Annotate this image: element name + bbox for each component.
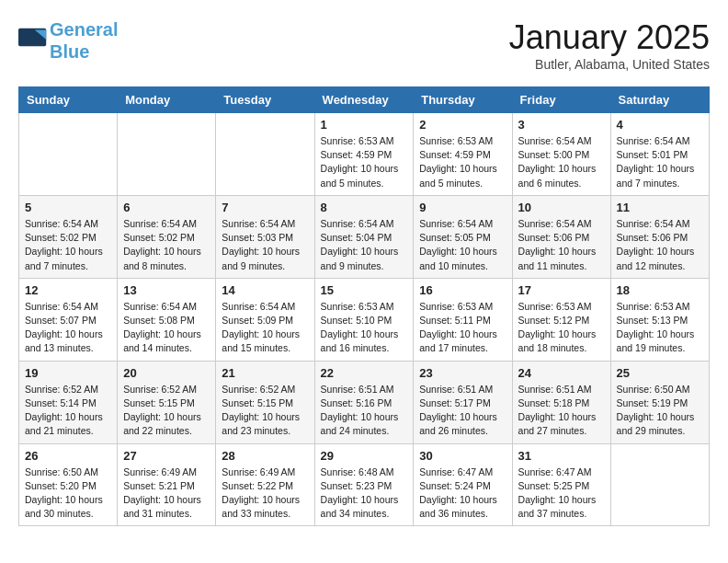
- day-number: 30: [419, 449, 506, 463]
- day-cell: 20Sunrise: 6:52 AMSunset: 5:15 PMDayligh…: [118, 361, 216, 443]
- day-number: 3: [518, 118, 605, 132]
- day-number: 22: [321, 366, 408, 380]
- day-cell: 16Sunrise: 6:53 AMSunset: 5:11 PMDayligh…: [414, 278, 512, 361]
- day-number: 1: [321, 118, 408, 132]
- day-info: Sunrise: 6:54 AMSunset: 5:09 PMDaylight:…: [222, 300, 308, 356]
- day-info: Sunrise: 6:51 AMSunset: 5:16 PMDaylight:…: [321, 383, 408, 439]
- day-info: Sunrise: 6:54 AMSunset: 5:00 PMDaylight:…: [518, 134, 605, 190]
- day-cell: 4Sunrise: 6:54 AMSunset: 5:01 PMDaylight…: [610, 113, 709, 196]
- day-number: 2: [419, 118, 506, 132]
- logo-text: General Blue: [50, 18, 118, 63]
- day-number: 27: [123, 449, 210, 463]
- day-cell: 11Sunrise: 6:54 AMSunset: 5:06 PMDayligh…: [610, 195, 709, 278]
- day-cell: 25Sunrise: 6:50 AMSunset: 5:19 PMDayligh…: [610, 361, 709, 443]
- day-info: Sunrise: 6:54 AMSunset: 5:03 PMDaylight:…: [222, 217, 308, 273]
- day-info: Sunrise: 6:49 AMSunset: 5:21 PMDaylight:…: [123, 465, 210, 522]
- day-cell: 18Sunrise: 6:53 AMSunset: 5:13 PMDayligh…: [610, 278, 709, 361]
- day-cell: 14Sunrise: 6:54 AMSunset: 5:09 PMDayligh…: [216, 278, 314, 361]
- day-info: Sunrise: 6:51 AMSunset: 5:18 PMDaylight:…: [518, 383, 605, 439]
- day-info: Sunrise: 6:52 AMSunset: 5:14 PMDaylight:…: [25, 383, 111, 439]
- day-info: Sunrise: 6:54 AMSunset: 5:05 PMDaylight:…: [419, 217, 506, 273]
- day-cell: [216, 113, 314, 196]
- day-number: 21: [222, 366, 308, 380]
- day-cell: 17Sunrise: 6:53 AMSunset: 5:12 PMDayligh…: [512, 278, 610, 361]
- week-row-5: 26Sunrise: 6:50 AMSunset: 5:20 PMDayligh…: [19, 443, 710, 526]
- day-cell: [610, 443, 709, 526]
- day-number: 28: [222, 449, 308, 463]
- logo-icon: [18, 28, 48, 53]
- day-number: 29: [321, 449, 408, 463]
- day-number: 16: [419, 283, 506, 297]
- day-number: 11: [617, 201, 703, 214]
- day-info: Sunrise: 6:53 AMSunset: 4:59 PMDaylight:…: [321, 134, 408, 190]
- day-info: Sunrise: 6:54 AMSunset: 5:07 PMDaylight:…: [25, 300, 111, 356]
- day-info: Sunrise: 6:53 AMSunset: 5:10 PMDaylight:…: [321, 300, 408, 356]
- day-number: 4: [617, 118, 703, 132]
- day-info: Sunrise: 6:49 AMSunset: 5:22 PMDaylight:…: [222, 465, 308, 522]
- day-number: 31: [518, 449, 605, 463]
- day-number: 12: [25, 283, 111, 297]
- day-info: Sunrise: 6:54 AMSunset: 5:02 PMDaylight:…: [25, 217, 111, 273]
- day-info: Sunrise: 6:47 AMSunset: 5:25 PMDaylight:…: [518, 465, 605, 522]
- day-info: Sunrise: 6:54 AMSunset: 5:06 PMDaylight:…: [617, 217, 703, 273]
- day-number: 5: [25, 201, 111, 214]
- title-block: January 2025 Butler, Alabama, United Sta…: [509, 18, 710, 72]
- day-cell: 19Sunrise: 6:52 AMSunset: 5:14 PMDayligh…: [19, 361, 118, 443]
- day-cell: 1Sunrise: 6:53 AMSunset: 4:59 PMDaylight…: [314, 113, 414, 196]
- day-info: Sunrise: 6:50 AMSunset: 5:20 PMDaylight:…: [25, 465, 111, 522]
- day-number: 8: [321, 201, 408, 214]
- day-cell: 13Sunrise: 6:54 AMSunset: 5:08 PMDayligh…: [118, 278, 216, 361]
- day-number: 18: [617, 283, 703, 297]
- day-number: 25: [617, 366, 703, 380]
- day-cell: 30Sunrise: 6:47 AMSunset: 5:24 PMDayligh…: [414, 443, 512, 526]
- day-number: 26: [25, 449, 111, 463]
- day-info: Sunrise: 6:54 AMSunset: 5:04 PMDaylight:…: [321, 217, 408, 273]
- logo: General Blue: [18, 18, 118, 63]
- location: Butler, Alabama, United States: [509, 57, 710, 72]
- header-sunday: Sunday: [19, 87, 118, 113]
- day-cell: 26Sunrise: 6:50 AMSunset: 5:20 PMDayligh…: [19, 443, 118, 526]
- day-cell: 29Sunrise: 6:48 AMSunset: 5:23 PMDayligh…: [314, 443, 414, 526]
- day-cell: 28Sunrise: 6:49 AMSunset: 5:22 PMDayligh…: [216, 443, 314, 526]
- day-cell: 21Sunrise: 6:52 AMSunset: 5:15 PMDayligh…: [216, 361, 314, 443]
- day-info: Sunrise: 6:54 AMSunset: 5:01 PMDaylight:…: [617, 134, 703, 190]
- day-info: Sunrise: 6:53 AMSunset: 5:13 PMDaylight:…: [617, 300, 703, 356]
- calendar-header-row: SundayMondayTuesdayWednesdayThursdayFrid…: [19, 87, 710, 113]
- day-cell: 3Sunrise: 6:54 AMSunset: 5:00 PMDaylight…: [512, 113, 610, 196]
- day-info: Sunrise: 6:54 AMSunset: 5:08 PMDaylight:…: [123, 300, 210, 356]
- day-info: Sunrise: 6:54 AMSunset: 5:02 PMDaylight:…: [123, 217, 210, 273]
- day-info: Sunrise: 6:53 AMSunset: 5:12 PMDaylight:…: [518, 300, 605, 356]
- day-cell: 24Sunrise: 6:51 AMSunset: 5:18 PMDayligh…: [512, 361, 610, 443]
- day-cell: 2Sunrise: 6:53 AMSunset: 4:59 PMDaylight…: [414, 113, 512, 196]
- day-info: Sunrise: 6:52 AMSunset: 5:15 PMDaylight:…: [222, 383, 308, 439]
- day-number: 13: [123, 283, 210, 297]
- week-row-4: 19Sunrise: 6:52 AMSunset: 5:14 PMDayligh…: [19, 361, 710, 443]
- day-cell: 12Sunrise: 6:54 AMSunset: 5:07 PMDayligh…: [19, 278, 118, 361]
- day-info: Sunrise: 6:51 AMSunset: 5:17 PMDaylight:…: [419, 383, 506, 439]
- page-header: General Blue January 2025 Butler, Alabam…: [18, 18, 710, 72]
- day-cell: 5Sunrise: 6:54 AMSunset: 5:02 PMDaylight…: [19, 195, 118, 278]
- day-info: Sunrise: 6:50 AMSunset: 5:19 PMDaylight:…: [617, 383, 703, 439]
- day-cell: [118, 113, 216, 196]
- day-number: 20: [123, 366, 210, 380]
- header-tuesday: Tuesday: [216, 87, 314, 113]
- day-cell: 22Sunrise: 6:51 AMSunset: 5:16 PMDayligh…: [314, 361, 414, 443]
- week-row-2: 5Sunrise: 6:54 AMSunset: 5:02 PMDaylight…: [19, 195, 710, 278]
- day-number: 10: [518, 201, 605, 214]
- header-saturday: Saturday: [610, 87, 709, 113]
- header-wednesday: Wednesday: [314, 87, 414, 113]
- day-info: Sunrise: 6:52 AMSunset: 5:15 PMDaylight:…: [123, 383, 210, 439]
- day-cell: 23Sunrise: 6:51 AMSunset: 5:17 PMDayligh…: [414, 361, 512, 443]
- day-number: 19: [25, 366, 111, 380]
- day-info: Sunrise: 6:53 AMSunset: 5:11 PMDaylight:…: [419, 300, 506, 356]
- day-number: 15: [321, 283, 408, 297]
- day-number: 9: [419, 201, 506, 214]
- day-number: 6: [123, 201, 210, 214]
- month-title: January 2025: [509, 18, 710, 57]
- day-cell: 6Sunrise: 6:54 AMSunset: 5:02 PMDaylight…: [118, 195, 216, 278]
- day-number: 7: [222, 201, 308, 214]
- day-number: 24: [518, 366, 605, 380]
- calendar-table: SundayMondayTuesdayWednesdayThursdayFrid…: [18, 86, 710, 526]
- day-cell: 7Sunrise: 6:54 AMSunset: 5:03 PMDaylight…: [216, 195, 314, 278]
- day-cell: [19, 113, 118, 196]
